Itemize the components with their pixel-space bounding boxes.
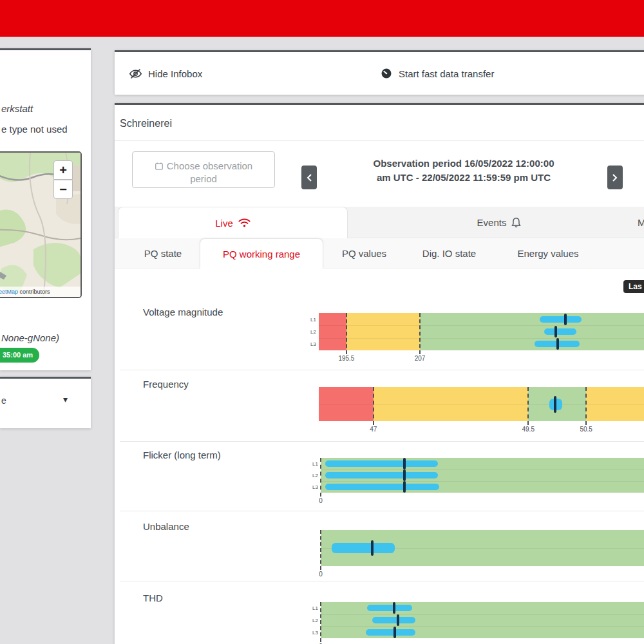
chart-flicker: L1L2L30 xyxy=(321,458,644,493)
chart-title-flicker: Flicker (long term) xyxy=(143,450,221,460)
observation-period-text: Observation period 16/05/2022 12:00:00 a… xyxy=(322,156,605,185)
current-value-mark xyxy=(554,326,557,337)
last-period-badge[interactable]: Las xyxy=(623,280,644,293)
subtab-pq-state[interactable]: PQ state xyxy=(134,238,192,269)
phase-label: L1 xyxy=(306,317,316,323)
current-value-mark xyxy=(556,338,559,350)
chart-thd: L1L2L30 xyxy=(321,602,644,638)
zone-boundary-line xyxy=(320,602,321,642)
chart-title-unbalance: Unbalance xyxy=(143,521,189,532)
axis-tick-label: 47 xyxy=(370,426,377,433)
previous-period-button[interactable] xyxy=(301,166,317,189)
current-value-mark xyxy=(371,540,374,556)
subtab-pq-working-range[interactable]: PQ working range xyxy=(200,238,323,269)
gauge-icon xyxy=(380,67,393,80)
axis-tick-label: 0 xyxy=(319,497,323,504)
map-zoom-out-button[interactable]: − xyxy=(53,180,73,199)
phase-label: L3 xyxy=(308,630,318,636)
axis-tick-label: 195.5 xyxy=(338,355,354,362)
sidebar-dropdown-panel: e ▾ xyxy=(0,377,91,428)
zone-boundary-line xyxy=(373,387,374,425)
range-bar xyxy=(325,472,438,478)
zone-boundary-line xyxy=(320,458,321,497)
timestamp-badge: 35:00 am xyxy=(0,348,39,363)
grid-line xyxy=(319,404,644,405)
map-attribution: reetMap contributors xyxy=(0,287,80,297)
range-bar xyxy=(372,617,415,623)
range-bar xyxy=(540,316,582,323)
chart-unbalance: 0 xyxy=(321,530,644,566)
start-fast-data-transfer-label: Start fast data transfer xyxy=(399,68,494,79)
map-attribution-link[interactable]: reetMap xyxy=(0,289,18,295)
axis-tick-label: 50.5 xyxy=(580,426,592,433)
chevron-left-icon xyxy=(307,174,312,182)
chart-frequency: 4749.550.5 xyxy=(319,387,644,421)
phase-label: L2 xyxy=(306,329,316,335)
map-zoom-in-button[interactable]: + xyxy=(53,160,73,180)
chart-voltage-magnitude: L1L2L3195.5207 xyxy=(319,313,644,350)
choose-observation-period-button[interactable]: Choose observation period xyxy=(132,151,275,188)
phase-label: L2 xyxy=(308,473,318,478)
grid-line xyxy=(319,325,644,326)
range-bar xyxy=(332,543,395,553)
zone-yellow xyxy=(346,313,420,350)
app-header-bar xyxy=(0,0,644,37)
range-bar xyxy=(325,484,439,490)
eye-slash-icon xyxy=(129,67,142,80)
wifi-icon xyxy=(238,218,251,228)
subtab-energy-values[interactable]: Energy values xyxy=(506,238,590,269)
grid-line xyxy=(321,626,644,627)
zone-boundary-line xyxy=(419,313,421,354)
chart-title-voltage: Voltage magnitude xyxy=(143,307,223,317)
range-bar xyxy=(366,629,415,636)
main-toolbar: Hide Infobox Start fast data transfer xyxy=(115,50,644,95)
phase-label: L2 xyxy=(308,618,318,623)
device-id-label: None-gNone) xyxy=(1,332,59,343)
current-value-mark xyxy=(564,314,567,325)
grid-line xyxy=(321,469,644,470)
current-value-mark xyxy=(397,614,399,626)
chevron-right-icon xyxy=(612,174,618,182)
zone-red xyxy=(319,313,346,350)
page-title: Schreinerei xyxy=(120,118,172,129)
divider xyxy=(120,511,644,511)
grid-line xyxy=(319,338,644,339)
current-value-mark xyxy=(403,469,406,481)
map[interactable]: + − reetMap contributors xyxy=(0,151,82,298)
hide-infobox-label: Hide Infobox xyxy=(148,68,202,79)
tab-events[interactable]: Events xyxy=(406,207,592,238)
current-value-mark xyxy=(393,627,396,638)
zone-boundary-line xyxy=(585,387,587,425)
next-period-button[interactable] xyxy=(607,166,623,189)
device-type-label: e type not used xyxy=(1,124,68,135)
current-value-mark xyxy=(403,481,406,493)
device-name-label: erkstatt xyxy=(1,103,33,114)
sidebar-info-panel: erkstatt e type not used + − reetMap con… xyxy=(0,48,91,370)
divider xyxy=(120,441,644,442)
divider xyxy=(120,370,644,370)
chevron-down-icon[interactable]: ▾ xyxy=(63,394,68,404)
dropdown-label: e xyxy=(1,395,6,406)
subtab-pq-values[interactable]: PQ values xyxy=(334,238,395,269)
phase-label: L3 xyxy=(308,484,318,490)
axis-tick-label: 49.5 xyxy=(522,426,534,433)
calendar-icon xyxy=(155,162,164,171)
zone-boundary-line xyxy=(346,313,347,354)
hide-infobox-button[interactable]: Hide Infobox xyxy=(129,52,202,95)
range-bar xyxy=(325,460,438,467)
current-value-mark xyxy=(403,458,406,469)
tab-more[interactable]: M xyxy=(638,207,644,238)
bell-icon xyxy=(511,217,521,228)
current-value-mark xyxy=(393,602,395,614)
start-fast-data-transfer-button[interactable]: Start fast data transfer xyxy=(380,52,494,95)
phase-label: L3 xyxy=(306,341,316,347)
divider xyxy=(115,140,644,141)
subtab-dig-io-state[interactable]: Dig. IO state xyxy=(412,238,486,269)
chart-title-frequency: Frequency xyxy=(143,379,189,390)
zone-boundary-line xyxy=(320,530,321,570)
current-value-mark xyxy=(554,396,556,413)
zone-boundary-line xyxy=(527,387,529,425)
tab-live[interactable]: Live xyxy=(118,207,348,238)
chart-title-thd: THD xyxy=(143,592,163,603)
grid-line xyxy=(321,614,644,615)
